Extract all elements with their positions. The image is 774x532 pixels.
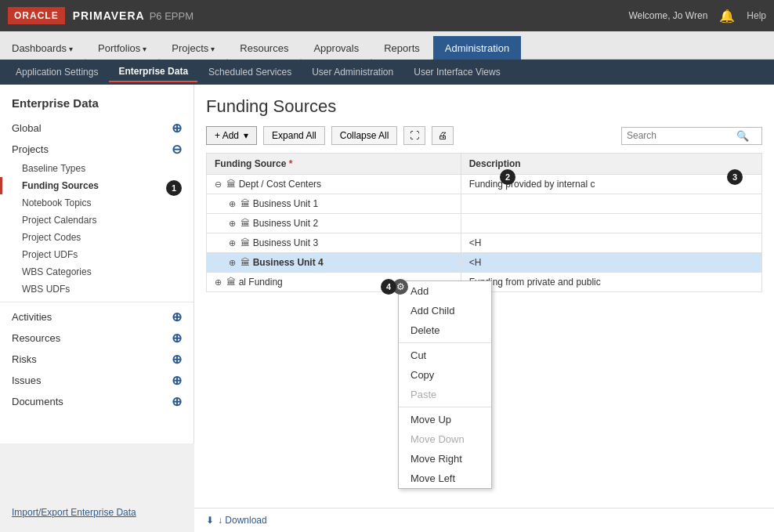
context-menu-move-up[interactable]: Move Up — [399, 410, 491, 429]
expand-icon[interactable]: ⊕ — [229, 258, 236, 267]
print-button[interactable]: 🖨 — [432, 126, 454, 145]
table-row-selected[interactable]: ⊕ 🏛 Business Unit 4 <H — [207, 253, 762, 273]
badge-2: 2 — [500, 169, 515, 185]
nav-tab-resources[interactable]: Resources — [228, 36, 300, 60]
collapse-all-button[interactable]: Collapse All — [331, 126, 398, 145]
content-area: Enterprise Data Global ⊕ Projects ⊖ Base… — [0, 85, 774, 532]
sidebar-title: Enterprise Data — [0, 92, 194, 118]
cell-name[interactable]: ⊕ 🏛 Business Unit 3 — [207, 233, 461, 253]
bank-icon: 🏛 — [241, 237, 250, 248]
main-nav: Dashboards▾ Portfolios▾ Projects▾ Resour… — [0, 31, 774, 60]
sidebar-item-wbs-udfs[interactable]: WBS UDFs — [0, 280, 194, 298]
sidebar-item-documents[interactable]: Documents ⊕ — [0, 391, 194, 412]
bank-icon: 🏛 — [226, 179, 236, 190]
sidebar-item-issues[interactable]: Issues ⊕ — [0, 370, 194, 391]
nav-tab-portfolios[interactable]: Portfolios▾ — [86, 36, 158, 60]
cell-description: <H — [461, 253, 761, 273]
sidebar-item-project-calendars[interactable]: Project Calendars — [0, 212, 194, 229]
expand-icon[interactable]: ⊖ — [215, 179, 222, 189]
toolbar: + Add▾ Expand All Collapse All ⛶ 🖨 🔍 — [206, 126, 762, 145]
sub-tab-user-administration[interactable]: User Administration — [302, 63, 403, 81]
sidebar-item-project-codes[interactable]: Project Codes — [0, 229, 194, 246]
download-label[interactable]: ↓ Download — [218, 515, 267, 526]
table-row[interactable]: ⊖ 🏛 Dept / Cost Centers Funding provided… — [207, 175, 762, 194]
sidebar-item-funding-sources[interactable]: Funding Sources 1 — [0, 177, 194, 194]
sidebar-item-resources[interactable]: Resources ⊕ — [0, 328, 194, 349]
expand-all-button[interactable]: Expand All — [263, 126, 325, 145]
projects-arrow: ▾ — [211, 45, 215, 53]
nav-tab-projects[interactable]: Projects▾ — [160, 36, 226, 60]
cell-description — [461, 194, 761, 214]
issues-expand-icon: ⊕ — [172, 373, 182, 388]
context-menu-cut[interactable]: Cut — [399, 346, 491, 365]
table-row[interactable]: ⊕ 🏛 Business Unit 1 — [207, 194, 762, 214]
context-menu-paste: Paste — [399, 385, 491, 404]
resources-expand-icon: ⊕ — [172, 331, 182, 346]
nav-tab-approvals[interactable]: Approvals — [302, 36, 371, 60]
sidebar-item-global[interactable]: Global ⊕ — [0, 118, 194, 139]
search-box[interactable]: 🔍 — [621, 127, 762, 145]
page-title: Funding Sources — [206, 96, 762, 117]
download-bar[interactable]: ⬇ ↓ Download — [194, 508, 774, 532]
sidebar-wrapper: Enterprise Data Global ⊕ Projects ⊖ Base… — [0, 85, 194, 532]
nav-tab-administration[interactable]: Administration — [433, 36, 521, 60]
sidebar-item-projects[interactable]: Projects ⊖ — [0, 139, 194, 160]
context-menu-add[interactable]: Add — [399, 281, 491, 301]
expand-icon[interactable]: ⊕ — [229, 238, 236, 248]
oracle-logo: ORACLE — [8, 7, 65, 24]
context-menu-copy[interactable]: Copy — [399, 365, 491, 385]
sidebar-item-activities[interactable]: Activities ⊕ — [0, 306, 194, 328]
sub-tab-application-settings[interactable]: Application Settings — [6, 63, 107, 81]
cell-description: <H — [461, 233, 761, 253]
app-subtitle: P6 EPPM — [150, 10, 194, 22]
context-menu: Add Add Child Delete Cut Copy Paste Move… — [398, 280, 492, 489]
activities-expand-icon: ⊕ — [172, 309, 182, 324]
table-row[interactable]: ⊕ 🏛 Business Unit 2 — [207, 214, 762, 233]
global-expand-icon: ⊕ — [172, 121, 182, 136]
sidebar-item-notebook-topics[interactable]: Notebook Topics — [0, 194, 194, 212]
dashboards-arrow: ▾ — [69, 45, 73, 53]
col-header-funding-source: Funding Source * — [207, 154, 461, 175]
cell-name[interactable]: ⊕ 🏛 Business Unit 1 — [207, 194, 461, 214]
add-dropdown-arrow: ▾ — [244, 130, 248, 141]
documents-expand-icon: ⊕ — [172, 394, 182, 409]
expand-icon[interactable]: ⊕ — [215, 277, 222, 287]
cell-name[interactable]: ⊕ 🏛 Business Unit 4 — [207, 253, 461, 273]
sub-tab-scheduled-services[interactable]: Scheduled Services — [199, 63, 301, 81]
sidebar-divider-1 — [0, 302, 194, 302]
bank-icon: 🏛 — [226, 277, 236, 288]
portfolios-arrow: ▾ — [143, 45, 146, 53]
user-name[interactable]: Welcome, Jo Wren — [628, 10, 707, 21]
sidebar-item-wbs-categories[interactable]: WBS Categories — [0, 263, 194, 280]
cell-name[interactable]: ⊖ 🏛 Dept / Cost Centers — [207, 175, 461, 194]
nav-tab-reports[interactable]: Reports — [372, 36, 432, 60]
context-menu-delete[interactable]: Delete — [399, 320, 491, 340]
expand-icon[interactable]: ⊕ — [229, 219, 236, 228]
expand-icon[interactable]: ⊕ — [229, 199, 236, 208]
help-button[interactable]: Help — [747, 10, 766, 21]
search-input[interactable] — [627, 130, 736, 141]
context-menu-divider-2 — [399, 407, 491, 407]
nav-tab-dashboards[interactable]: Dashboards▾ — [0, 36, 85, 60]
notification-icon[interactable]: 🔔 — [719, 9, 735, 24]
required-star: * — [289, 158, 293, 169]
projects-collapse-icon: ⊖ — [172, 142, 182, 157]
add-button[interactable]: + Add▾ — [206, 126, 257, 145]
context-menu-add-child[interactable]: Add Child — [399, 301, 491, 320]
sub-tab-enterprise-data[interactable]: Enterprise Data — [109, 62, 197, 82]
context-menu-move-left[interactable]: Move Left — [399, 469, 491, 488]
sub-tab-user-interface-views[interactable]: User Interface Views — [404, 63, 510, 81]
context-menu-move-right[interactable]: Move Right — [399, 449, 491, 469]
cell-name[interactable]: ⊕ 🏛 Business Unit 2 — [207, 214, 461, 233]
cell-description — [461, 214, 761, 233]
print-icon: 🖨 — [438, 130, 447, 141]
main-content: Funding Sources + Add▾ Expand All Collap… — [194, 85, 774, 532]
sidebar-item-risks[interactable]: Risks ⊕ — [0, 349, 194, 370]
risks-expand-icon: ⊕ — [172, 352, 182, 367]
sub-nav: Application Settings Enterprise Data Sch… — [0, 60, 774, 85]
top-header: ORACLE PRIMAVERA P6 EPPM Welcome, Jo Wre… — [0, 0, 774, 31]
table-row[interactable]: ⊕ 🏛 Business Unit 3 <H — [207, 233, 762, 253]
sidebar-item-project-udfs[interactable]: Project UDFs — [0, 246, 194, 263]
fullscreen-button[interactable]: ⛶ — [403, 126, 425, 145]
sidebar-item-baseline-types[interactable]: Baseline Types — [0, 160, 194, 177]
